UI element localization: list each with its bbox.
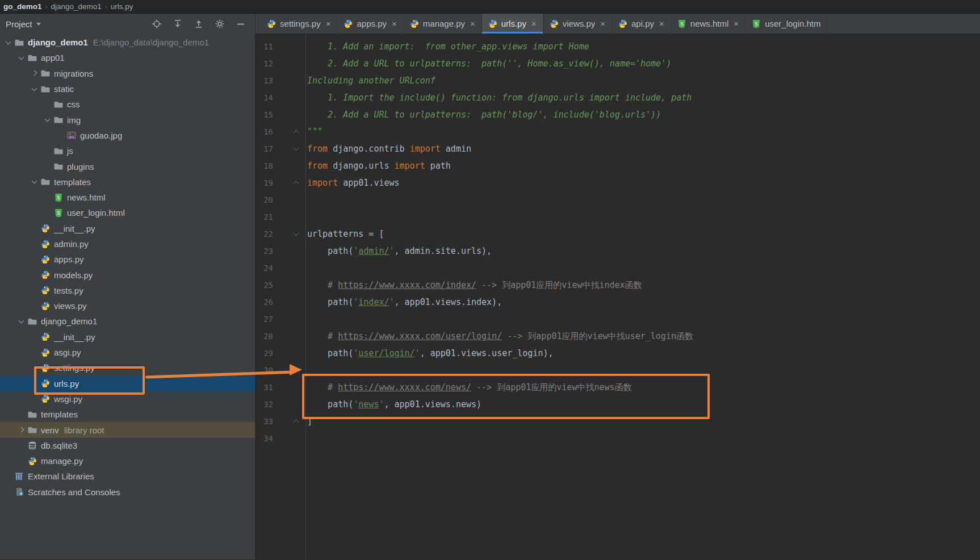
fold-marker-icon[interactable] [294, 145, 299, 151]
tree-item-label: db.sqlite3 [41, 441, 77, 450]
tree-item-django-demo1[interactable]: django_demo1 [0, 314, 255, 329]
folder-icon [27, 425, 38, 434]
chevron-down-icon[interactable] [28, 181, 40, 183]
expand-all-icon[interactable] [173, 19, 183, 29]
fold-marker-icon[interactable] [294, 130, 299, 136]
code-line[interactable]: 20 [256, 191, 980, 208]
project-tab-label[interactable]: Project [6, 19, 32, 29]
tree-item-news-html[interactable]: 5news.html [0, 190, 255, 205]
code-line[interactable]: 23 path('admin/', admin.site.urls), [256, 243, 980, 260]
tree-item-venv[interactable]: venvlibrary root [0, 422, 255, 437]
chevron-down-icon[interactable] [15, 320, 27, 323]
close-tab-icon[interactable]: × [659, 19, 664, 28]
fold-marker-icon[interactable] [294, 231, 299, 236]
tree-item-img[interactable]: img [0, 112, 255, 127]
code-line[interactable]: 27 [256, 311, 980, 328]
tab-api-py[interactable]: api.py× [612, 14, 671, 34]
tree-item-models-py[interactable]: models.py [0, 267, 255, 282]
tree-item-asgi-py[interactable]: asgi.py [0, 345, 255, 360]
close-tab-icon[interactable]: × [326, 19, 331, 28]
tab-manage-py[interactable]: manage.py× [404, 14, 482, 34]
code-line[interactable]: 17from django.contrib import admin [256, 140, 980, 157]
tree-item-static[interactable]: static [0, 81, 255, 97]
chevron-down-icon[interactable] [15, 57, 27, 59]
tree-item-user-login-html[interactable]: 5user_login.html [0, 205, 255, 220]
code-line[interactable]: 12 2. Add a URL to urlpatterns: path('',… [256, 55, 980, 72]
tab-views-py[interactable]: views.py× [543, 14, 612, 34]
breadcrumb-item-urls-py[interactable]: urls.py [111, 2, 133, 11]
tree-item-migrations[interactable]: migrations [0, 66, 255, 81]
tree-item-templates[interactable]: templates [0, 174, 255, 190]
tree-item-js[interactable]: js [0, 143, 255, 158]
chevron-down-icon[interactable] [41, 119, 53, 121]
tree-item-init-py[interactable]: __init__.py [0, 329, 255, 345]
tab-settings-py[interactable]: settings.py× [261, 14, 337, 34]
settings-gear-icon[interactable] [215, 19, 225, 29]
code-line[interactable]: 13Including another URLconf [256, 72, 980, 89]
tree-item-css[interactable]: css [0, 97, 255, 112]
tree-item-init-py[interactable]: __init__.py [0, 221, 255, 236]
close-tab-icon[interactable]: × [392, 19, 397, 28]
tree-item-templates[interactable]: templates [0, 407, 255, 422]
tree-item-app01[interactable]: app01 [0, 50, 255, 65]
code-line[interactable]: 24 [256, 260, 980, 277]
chevron-right-icon[interactable] [28, 72, 40, 75]
tree-item-guodao-jpg[interactable]: guodao.jpg [0, 128, 255, 143]
code-line[interactable]: 19import app01.views [256, 174, 980, 191]
tab-label: apps.py [357, 19, 387, 28]
code-line[interactable]: 22urlpatterns = [ [256, 225, 980, 243]
tree-item-external-libraries[interactable]: External Libraries [0, 469, 255, 484]
fold-marker-icon[interactable] [294, 420, 299, 425]
code-line[interactable]: 16""" [256, 123, 980, 140]
tree-item-label: apps.py [54, 254, 84, 264]
breadcrumb-item-django-demo1[interactable]: django_demo1 [51, 2, 102, 11]
tab-urls-py[interactable]: urls.py× [482, 14, 543, 34]
close-tab-icon[interactable]: × [600, 19, 605, 28]
code-line[interactable]: 18from django.urls import path [256, 157, 980, 174]
tree-item-admin-py[interactable]: admin.py [0, 236, 255, 252]
tab-user-login-htm[interactable]: 5user_login.htm [746, 14, 827, 34]
code-line[interactable]: 33] [256, 413, 980, 430]
tree-item-wsgi-py[interactable]: wsgi.py [0, 391, 255, 407]
close-tab-icon[interactable]: × [470, 19, 475, 28]
code-line[interactable]: 31 # https://www.xxxx.com/news/ --> 到app… [256, 379, 980, 396]
code-line[interactable]: 32 path('news', app01.views.news) [256, 396, 980, 413]
breadcrumb-item-go-demo1[interactable]: go_demo1 [3, 2, 42, 11]
tab-apps-py[interactable]: apps.py× [337, 14, 403, 34]
tree-item-manage-py[interactable]: manage.py [0, 453, 255, 469]
code-editor[interactable]: 11 1. Add an import: from other_app.view… [256, 34, 980, 559]
chevron-down-icon[interactable] [36, 23, 41, 26]
code-text: import app01.views [305, 178, 400, 188]
close-tab-icon[interactable]: × [734, 19, 739, 28]
code-line[interactable]: 26 path('index/', app01.views.index), [256, 294, 980, 311]
tree-item-plugins[interactable]: plugins [0, 158, 255, 174]
hide-panel-icon[interactable] [236, 19, 246, 29]
tree-item-tests-py[interactable]: tests.py [0, 283, 255, 298]
code-line[interactable]: 29 path('user/login/', app01.views.user_… [256, 345, 980, 362]
close-tab-icon[interactable]: × [531, 19, 537, 28]
collapse-all-icon[interactable] [194, 19, 204, 29]
code-line[interactable]: 14 1. Import the include() function: fro… [256, 89, 980, 106]
chevron-down-icon[interactable] [2, 41, 14, 44]
tree-item-settings-py[interactable]: settings.py [0, 360, 255, 375]
code-line[interactable]: 34 [256, 430, 980, 447]
tree-item-db-sqlite3[interactable]: db.sqlite3 [0, 438, 255, 453]
code-line[interactable]: 11 1. Add an import: from other_app.view… [256, 38, 980, 55]
chevron-right-icon[interactable] [15, 428, 27, 432]
tree-item-apps-py[interactable]: apps.py [0, 252, 255, 267]
code-line[interactable]: 15 2. Add a URL to urlpatterns: path('bl… [256, 106, 980, 123]
tree-item-urls-py[interactable]: urls.py [0, 376, 255, 391]
code-line[interactable]: 21 [256, 208, 980, 225]
tree-item-scratches-and-consoles[interactable]: Scratches and Consoles [0, 484, 255, 500]
chevron-down-icon[interactable] [28, 88, 40, 90]
code-line[interactable]: 25 # https://www.xxxx.com/index/ --> 到ap… [256, 277, 980, 294]
tree-item-django-demo1[interactable]: django_demo1E:\django_data\django_demo1 [0, 35, 255, 50]
fold-marker-icon[interactable] [294, 181, 299, 187]
fold-gutter [280, 208, 305, 225]
locate-icon[interactable] [152, 19, 162, 29]
tree-item-views-py[interactable]: views.py [0, 298, 255, 314]
code-line[interactable]: 28 # https://www.xxxx.com/user/login/ --… [256, 328, 980, 345]
tab-news-html[interactable]: 5news.html× [671, 14, 746, 34]
code-line[interactable]: 30 [256, 362, 980, 379]
fold-gutter [280, 55, 305, 72]
